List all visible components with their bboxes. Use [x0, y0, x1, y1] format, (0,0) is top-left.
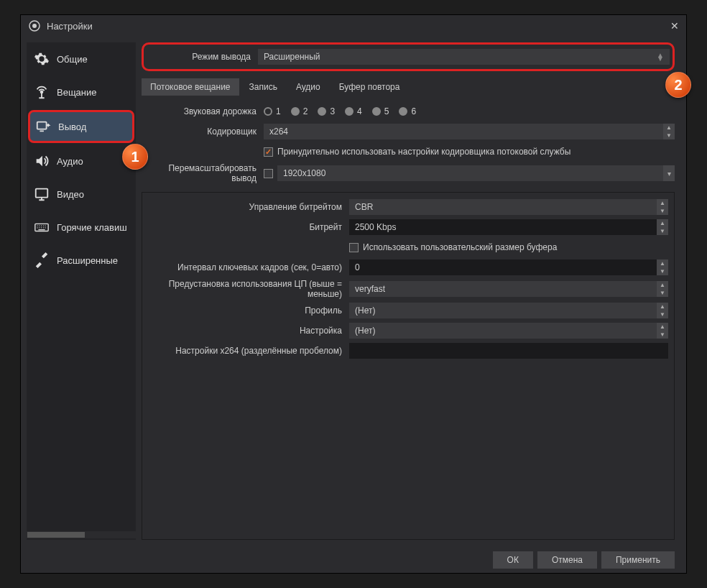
sidebar-item-label: Горячие клавиш: [57, 222, 127, 233]
keyframe-input[interactable]: 0: [349, 259, 657, 275]
cpu-preset-select[interactable]: veryfast: [349, 281, 657, 297]
sidebar-item-label: Вывод: [58, 121, 86, 132]
svg-point-1: [32, 24, 37, 28]
chevron-down-icon: ▾: [663, 165, 675, 181]
radio-track-5[interactable]: 5: [372, 106, 389, 116]
tune-row: Настройка (Нет) ▲▼: [148, 322, 668, 339]
custom-buffer-row: Использовать пользовательский размер буф…: [148, 239, 668, 256]
bitrate-label: Битрейт: [148, 222, 349, 232]
encoder-select[interactable]: x264: [264, 124, 663, 139]
x264opts-row: Настройки x264 (разделённые пробелом): [148, 342, 668, 359]
sidebar-item-label: Общие: [57, 54, 88, 65]
sidebar-item-audio[interactable]: Аудио: [27, 144, 136, 178]
output-mode-row: Режим вывода Расширенный ▲▼: [142, 42, 675, 71]
output-mode-select[interactable]: Расширенный ▲▼: [258, 49, 670, 65]
sidebar-item-general[interactable]: Общие: [27, 42, 136, 75]
chevron-updown-icon[interactable]: ▲▼: [657, 219, 668, 235]
rescale-row: Перемасштабировать вывод 1920x1080 ▾: [142, 163, 675, 183]
keyframe-row: Интервал ключевых кадров (сек, 0=авто) 0…: [148, 259, 668, 276]
tab-replay-buffer[interactable]: Буфер повтора: [331, 78, 409, 96]
antenna-icon: [34, 84, 50, 100]
enforce-row: Принудительно использовать настройки код…: [142, 143, 675, 160]
rescale-input: 1920x1080: [277, 165, 663, 181]
rescale-label: Перемасштабировать вывод: [142, 163, 264, 183]
chevron-updown-icon: ▲▼: [657, 53, 664, 60]
tune-label: Настройка: [148, 326, 349, 336]
chevron-updown-icon[interactable]: ▲▼: [657, 199, 668, 215]
main-panel: Режим вывода Расширенный ▲▼ Потоковое ве…: [136, 42, 680, 540]
sidebar-scrollbar[interactable]: [27, 531, 136, 538]
sidebar-item-label: Видео: [57, 189, 84, 200]
sidebar: Общие Вещание Вывод Аудио Видео Горячие …: [27, 42, 136, 540]
tools-icon: [34, 252, 50, 268]
sidebar-item-video[interactable]: Видео: [27, 178, 136, 211]
keyboard-icon: [34, 219, 50, 235]
sidebar-item-stream[interactable]: Вещание: [27, 75, 136, 109]
bitrate-input[interactable]: 2500 Kbps: [349, 219, 657, 235]
checkbox-icon: [264, 147, 273, 157]
settings-window: Настройки ✕ Общие Вещание Вывод Аудио: [20, 14, 687, 574]
enforce-checkbox[interactable]: Принудительно использовать настройки код…: [264, 147, 570, 157]
x264opts-input[interactable]: [349, 343, 668, 359]
sidebar-item-label: Аудио: [57, 156, 83, 167]
apply-button[interactable]: Применить: [601, 551, 675, 569]
radio-track-1[interactable]: 1: [264, 106, 281, 116]
sidebar-item-output[interactable]: Вывод: [28, 110, 134, 143]
tab-streaming[interactable]: Потоковое вещание: [142, 78, 239, 96]
rate-control-select[interactable]: CBR: [349, 199, 657, 215]
rate-control-label: Управление битрейтом: [148, 202, 349, 212]
sidebar-item-label: Вещание: [57, 87, 97, 98]
chevron-updown-icon[interactable]: ▲▼: [657, 281, 668, 297]
sidebar-item-advanced[interactable]: Расширенные: [27, 244, 136, 277]
window-title: Настройки: [47, 21, 93, 32]
tab-audio[interactable]: Аудио: [287, 78, 329, 96]
chevron-updown-icon[interactable]: ▲▼: [657, 303, 668, 318]
encoder-label: Кодировщик: [142, 127, 264, 137]
tune-select[interactable]: (Нет): [349, 323, 657, 339]
tab-recording[interactable]: Запись: [241, 78, 286, 96]
annotation-badge-1: 1: [122, 144, 148, 170]
x264opts-label: Настройки x264 (разделённые пробелом): [148, 346, 349, 356]
radio-track-4[interactable]: 4: [345, 106, 362, 116]
rate-control-row: Управление битрейтом CBR ▲▼: [148, 198, 668, 216]
profile-select[interactable]: (Нет): [349, 303, 657, 318]
svg-rect-4: [36, 189, 48, 198]
output-mode-label: Режим вывода: [147, 52, 258, 62]
radio-track-3[interactable]: 3: [318, 106, 335, 116]
chevron-updown-icon[interactable]: ▲▼: [657, 323, 668, 339]
encoder-settings-group: Управление битрейтом CBR ▲▼ Битрейт 2500…: [142, 192, 675, 540]
gear-icon: [34, 51, 50, 67]
audio-track-label: Звуковая дорожка: [142, 106, 264, 116]
tabs: Потоковое вещание Запись Аудио Буфер пов…: [142, 78, 675, 96]
checkbox-icon: [349, 243, 359, 252]
radio-track-2[interactable]: 2: [291, 106, 308, 116]
radio-track-6[interactable]: 6: [399, 106, 416, 116]
output-icon: [35, 119, 51, 134]
dialog-footer: ОК Отмена Применить: [21, 546, 686, 574]
svg-rect-3: [37, 122, 47, 129]
ok-button[interactable]: ОК: [493, 551, 533, 569]
close-icon[interactable]: ✕: [670, 20, 679, 32]
cpu-preset-row: Предустановка использования ЦП (выше = м…: [148, 279, 668, 299]
encoder-row: Кодировщик x264 ▲▼: [142, 123, 675, 140]
sidebar-item-hotkeys[interactable]: Горячие клавиш: [27, 211, 136, 244]
profile-label: Профиль: [148, 306, 349, 316]
chevron-updown-icon[interactable]: ▲▼: [663, 124, 675, 139]
profile-row: Профиль (Нет) ▲▼: [148, 302, 668, 319]
app-icon: [28, 19, 41, 32]
rescale-checkbox[interactable]: [264, 169, 273, 178]
monitor-icon: [34, 186, 50, 202]
titlebar: Настройки ✕: [21, 15, 686, 37]
custom-buffer-checkbox[interactable]: Использовать пользовательский размер буф…: [349, 242, 557, 252]
chevron-updown-icon[interactable]: ▲▼: [657, 259, 668, 275]
sidebar-item-label: Расширенные: [57, 255, 118, 266]
audio-track-row: Звуковая дорожка 1 2 3 4 5 6: [142, 103, 675, 120]
cpu-preset-label: Предустановка использования ЦП (выше = м…: [148, 279, 349, 299]
bitrate-row: Битрейт 2500 Kbps ▲▼: [148, 219, 668, 236]
keyframe-label: Интервал ключевых кадров (сек, 0=авто): [148, 262, 349, 272]
cancel-button[interactable]: Отмена: [537, 551, 597, 569]
annotation-badge-2: 2: [665, 72, 691, 98]
speaker-icon: [34, 153, 50, 169]
audio-track-radios: 1 2 3 4 5 6: [264, 106, 416, 116]
content: Общие Вещание Вывод Аудио Видео Горячие …: [21, 37, 686, 546]
